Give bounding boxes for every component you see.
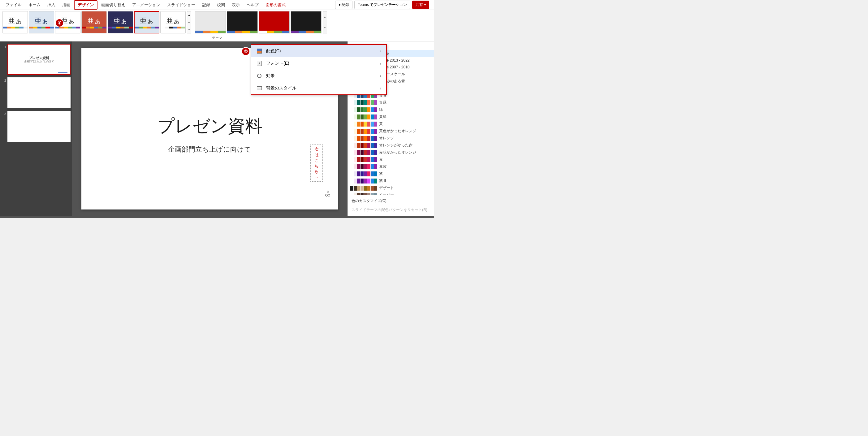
swatch (371, 186, 374, 191)
menubar-item-help[interactable]: ヘルプ (244, 1, 262, 9)
swatches-yellow (350, 122, 377, 127)
variant-thumb-2[interactable] (227, 11, 258, 33)
swatch (367, 150, 370, 155)
theme-item-t1[interactable]: 亜ぁ (2, 11, 28, 33)
next-textbox[interactable]: ⊕ 次はこちら→ (327, 190, 329, 194)
theme-item-t4[interactable]: 亜ぁ (82, 11, 107, 33)
swatch (361, 186, 364, 191)
swatch (364, 186, 367, 191)
scroll-mid-icon[interactable]: — (187, 19, 191, 26)
dropdown-menu: 配色(C)›Aフォント(E)›効果›背景のスタイル› (251, 44, 387, 95)
menubar-item-home[interactable]: ホーム (25, 1, 43, 9)
theme-item-t5[interactable]: 亜ぁ (108, 11, 133, 33)
swatches-green (350, 107, 377, 112)
swatch (374, 193, 377, 195)
variant-thumb-4[interactable] (290, 11, 321, 33)
theme-item-t7[interactable]: 亜ぁ (160, 11, 186, 33)
menubar-item-design[interactable]: デザイン (74, 0, 97, 9)
menubar-item-shape-format[interactable]: 図形の書式 (262, 1, 289, 9)
slide-title: プレゼン資料 (157, 115, 262, 138)
dropdown-arrow-background: › (380, 86, 381, 91)
swatch (361, 136, 364, 141)
color-scheme-green[interactable]: 緑 (348, 106, 434, 113)
color-scheme-bluegreen[interactable]: 青緑 (348, 99, 434, 106)
variant-thumb-1[interactable] (195, 11, 226, 33)
swatch (354, 115, 357, 119)
scheme-name-yellow: 黄 (379, 121, 383, 127)
dropdown-arrow-effect: › (380, 73, 381, 78)
swatch (371, 143, 374, 148)
swatch (367, 129, 370, 134)
share-button[interactable]: 共有 ▾ (412, 1, 429, 9)
swatch (374, 164, 377, 169)
customize-color-button[interactable]: 色のカスタマイズ(C)... (348, 196, 434, 206)
swatch (374, 129, 377, 134)
swatch (350, 179, 353, 184)
color-scheme-yellow[interactable]: 黄 (348, 120, 434, 127)
slide-thumbnail-2[interactable] (7, 77, 70, 108)
color-scheme-redpurple[interactable]: 赤紫 (348, 163, 434, 170)
swatch (350, 164, 353, 169)
color-scheme-redorange[interactable]: オレンジがかった赤 (348, 142, 434, 149)
menubar-item-review[interactable]: 校閲 (214, 1, 228, 9)
scheme-name-paper: ペーパー (379, 192, 394, 195)
theme-item-t6[interactable]: 亜ぁ (134, 11, 159, 33)
dropdown-item-color[interactable]: 配色(C)› (251, 45, 386, 57)
color-scheme-reddishorange[interactable]: 赤味がかったオレンジ (348, 149, 434, 156)
menubar-item-animations[interactable]: アニメーション (129, 1, 163, 9)
scroll-up-icon[interactable]: ▲ (187, 11, 191, 19)
notes-bar[interactable]: ノートを入力 (0, 216, 434, 218)
swatch (350, 150, 353, 155)
color-scheme-paper[interactable]: ペーパー (348, 191, 434, 195)
swatch (364, 100, 367, 105)
dropdown-label-background: 背景のスタイル (266, 85, 297, 91)
scheme-name-reddishorange: 赤味がかったオレンジ (379, 150, 416, 155)
record-button[interactable]: ● 記録 (335, 1, 353, 9)
swatches-orange (350, 136, 377, 141)
variant-scroll-down[interactable]: ▼ (323, 22, 327, 33)
teams-button[interactable]: Teams でプレゼンテーション (354, 1, 410, 9)
swatch (367, 122, 370, 127)
swatch (357, 115, 360, 119)
swatches-paper (350, 193, 377, 195)
slide-number-1: 1 (1, 44, 6, 49)
dropdown-item-font[interactable]: Aフォント(E)› (251, 57, 386, 70)
color-scheme-purple[interactable]: 紫 (348, 170, 434, 177)
swatch (357, 122, 360, 127)
variant-scroll-up[interactable]: ▲ (323, 11, 327, 22)
color-scheme-purple2[interactable]: 紫 II (348, 177, 434, 184)
menubar-item-transitions[interactable]: 画面切り替え (98, 1, 128, 9)
color-scheme-yellowgreen[interactable]: 黄緑 (348, 113, 434, 120)
swatch (354, 193, 357, 195)
theme-scroll-buttons[interactable]: ▲ — ▼ (187, 11, 191, 33)
scroll-down-icon[interactable]: ▼ (187, 26, 191, 33)
color-scheme-orange[interactable]: オレンジ (348, 134, 434, 142)
dropdown-arrow-color: › (380, 49, 381, 54)
scheme-name-yelloworange: 黄色がかったオレンジ (379, 128, 416, 134)
menubar-item-view[interactable]: 表示 (229, 1, 243, 9)
ribbon: 亜ぁ亜ぁ亜ぁ亜ぁ亜ぁ亜ぁ亜ぁ ▲ — ▼ ▲ ▼ (0, 10, 434, 35)
menubar-item-slideshow[interactable]: スライドショー (164, 1, 198, 9)
color-scheme-desert[interactable]: デザート (348, 184, 434, 191)
variant-scroll-buttons[interactable]: ▲ ▼ (323, 11, 327, 33)
swatch (374, 172, 377, 176)
dropdown-label-font: フォント(E) (266, 61, 289, 66)
menubar-item-record[interactable]: 記録 (199, 1, 213, 9)
theme-item-t2[interactable]: 亜ぁ (29, 11, 54, 33)
swatch (364, 164, 367, 169)
color-scheme-yelloworange[interactable]: 黄色がかったオレンジ (348, 127, 434, 134)
color-scheme-red[interactable]: 赤 (348, 156, 434, 163)
dropdown-item-background[interactable]: 背景のスタイル› (251, 82, 386, 94)
variant-thumb-3[interactable] (259, 11, 290, 33)
slide-thumbnail-3[interactable] (7, 111, 70, 142)
menubar-item-file[interactable]: ファイル (2, 1, 25, 9)
next-label[interactable]: 次はこちら→ (310, 145, 323, 182)
dropdown-item-effect[interactable]: 効果› (251, 70, 386, 82)
slide-thumbnail-1[interactable]: プレゼン資料企画部門立ち上げに向けて (7, 44, 70, 75)
swatch (364, 150, 367, 155)
swatch (371, 129, 374, 134)
swatch (350, 100, 353, 105)
menubar-item-draw[interactable]: 描画 (59, 1, 73, 9)
swatch (357, 129, 360, 134)
menubar-item-insert[interactable]: 挿入 (44, 1, 59, 9)
